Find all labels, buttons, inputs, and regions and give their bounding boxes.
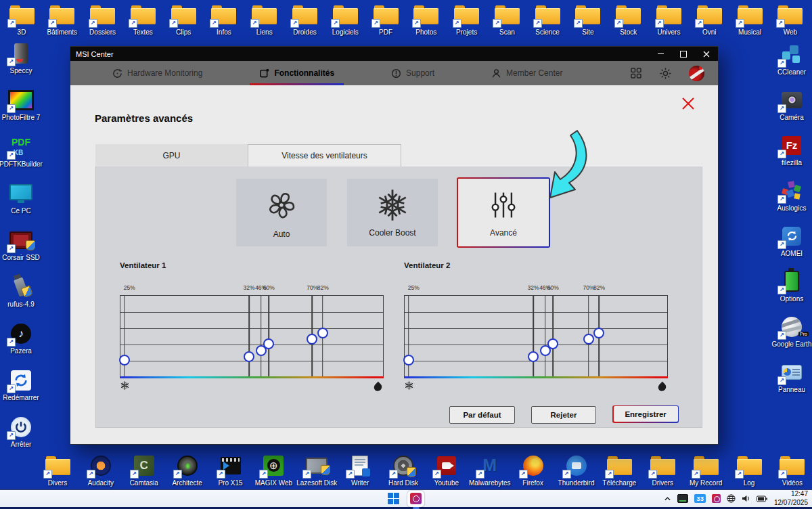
desktop-icon-my-record[interactable]: ↗ My Record: [686, 453, 725, 487]
default-button[interactable]: Par défaut: [449, 406, 515, 424]
nav-tab-fonctionnalites[interactable]: Fonctionnalités: [259, 68, 334, 79]
desktop-icon-arreter[interactable]: ↗ Arrêter: [1, 414, 41, 448]
desktop-icon-thunderbird[interactable]: ↗ Thunderbird: [557, 453, 596, 487]
fan-curve-handle[interactable]: [403, 355, 414, 366]
desktop-icon-rufus-4-9[interactable]: rufus-4.9: [1, 274, 41, 308]
mode-card-cooler-boost[interactable]: Cooler Boost: [347, 179, 438, 246]
desktop-icon-telecharge[interactable]: ↗ Télécharge: [600, 453, 639, 487]
desktop-icon-label: PDFTKBuilder: [0, 160, 43, 168]
desktop-icon-speccy[interactable]: ↗ Speccy: [1, 41, 41, 74]
desktop-icon-clips[interactable]: ↗ Clips: [164, 2, 203, 36]
desktop-icon-web[interactable]: ↗ Web: [771, 2, 810, 36]
desktop-icon-projets[interactable]: ↗ Projets: [447, 2, 487, 36]
close-button[interactable]: [695, 47, 718, 61]
desktop-icon-science[interactable]: ↗ Science: [528, 2, 567, 36]
desktop-icon-ovni[interactable]: ↗ Ovni: [690, 2, 729, 36]
desktop-icon-musical[interactable]: ↗ Musical: [730, 2, 769, 36]
desktop-icon-textes[interactable]: ↗ Textes: [123, 2, 162, 36]
desktop-icon-divers[interactable]: ↗ Divers: [38, 453, 77, 487]
user-avatar[interactable]: [689, 66, 704, 81]
desktop-icon-filezilla[interactable]: Fz↗ filezilla: [772, 133, 811, 167]
desktop-icon-dossiers[interactable]: ↗ Dossiers: [83, 2, 122, 36]
desktop-icon-architecte[interactable]: ↗ Architecte: [168, 453, 207, 487]
start-button[interactable]: [388, 493, 400, 505]
desktop-icon-infos[interactable]: ↗ Infos: [204, 2, 244, 36]
desktop-icon-videos[interactable]: ↗ Vidéos: [773, 453, 812, 487]
desktop-icon-batiments[interactable]: ↗ Bâtiments: [43, 2, 82, 36]
desktop-icon-youtube[interactable]: ↗ Youtube: [427, 453, 466, 487]
mode-card-avance[interactable]: Avancé: [458, 179, 549, 246]
tray-msi-icon[interactable]: [712, 494, 721, 503]
desktop-icon-pazera[interactable]: ♪↗ Pazera: [1, 321, 41, 355]
tray-volume-icon[interactable]: [742, 495, 750, 502]
desktop-icon-liens[interactable]: ↗ Liens: [245, 2, 284, 36]
fan-curve-handle[interactable]: [547, 338, 558, 349]
tray-battery-icon[interactable]: [757, 495, 768, 502]
desktop-icon-aomei[interactable]: ↗ AOMEI: [772, 223, 811, 257]
shortcut-arrow-icon: ↗: [7, 338, 16, 347]
desktop-icon-3d[interactable]: ↗ 3D: [2, 2, 41, 36]
dialog-tab-vitesse-des-ventilateurs[interactable]: Vitesse des ventilateurs: [248, 144, 401, 167]
fan-curve-handle[interactable]: [528, 351, 539, 362]
tray-count-badge[interactable]: 33: [694, 494, 706, 503]
minimize-button[interactable]: [649, 47, 672, 61]
desktop-icon-options[interactable]: ↗ Options: [772, 269, 811, 303]
nav-tab-hardware-monitoring[interactable]: Hardware Monitoring: [112, 68, 202, 79]
tray-monitor-icon[interactable]: [677, 494, 688, 503]
desktop-icon-logiciels[interactable]: ↗ Logiciels: [325, 2, 365, 36]
desktop-icon-ce-pc[interactable]: Ce PC: [1, 181, 41, 215]
desktop-icon-site[interactable]: ↗ Site: [568, 2, 608, 36]
desktop-icon-scan[interactable]: ↗ Scan: [487, 2, 526, 36]
maximize-button[interactable]: [672, 47, 695, 61]
tray-network-globe-icon[interactable]: [727, 494, 736, 503]
clock[interactable]: 12:47 12/07/2025: [774, 490, 808, 507]
desktop-icon-drivers[interactable]: ↗ Drivers: [643, 453, 682, 487]
nav-tab-member-center[interactable]: Member Center: [491, 68, 562, 79]
fan-curve-handle[interactable]: [244, 351, 254, 362]
desktop-icon-audacity[interactable]: ↗ Audacity: [81, 453, 120, 487]
desktop-icon-firefox[interactable]: ↗ Firefox: [514, 453, 553, 487]
desktop-icon-hard-disk[interactable]: ↗ Hard Disk: [384, 453, 423, 487]
desktop-icon-photofiltre-7[interactable]: ↗ PhotoFiltre 7: [1, 87, 41, 121]
dialog-tab-gpu[interactable]: GPU: [95, 144, 248, 167]
save-button[interactable]: Enregistrer: [614, 406, 678, 422]
desktop-icon-camtasia[interactable]: C↗ Camtasia: [125, 453, 164, 487]
desktop-icon-panneau[interactable]: ↗ Panneau: [772, 359, 811, 393]
fan-curve-handle[interactable]: [583, 334, 594, 345]
fan-curve-handle[interactable]: [307, 334, 317, 345]
fan-curve-handle[interactable]: [317, 328, 328, 338]
desktop-icon-malwarebytes[interactable]: M↗ Malwarebytes: [470, 453, 510, 487]
desktop-icon-label: Youtube: [434, 479, 459, 487]
folder-icon: ↗: [613, 2, 644, 27]
desktop-icon-google-earth[interactable]: Pro↗ Google Earth: [772, 314, 811, 348]
desktop-icon-stock[interactable]: ↗ Stock: [609, 2, 648, 36]
desktop-icon-redemarrer[interactable]: ↗ Redémarrer: [1, 368, 41, 401]
reject-button[interactable]: Rejeter: [531, 406, 596, 424]
fan-curve-handle[interactable]: [263, 338, 274, 349]
settings-gear-icon[interactable]: [659, 67, 672, 80]
desktop-icon-corsair-ssd[interactable]: ↗ Corsair SSD: [1, 227, 41, 261]
desktop-icon-camera[interactable]: ↗ Caméra: [772, 87, 811, 121]
desktop-icon-photos[interactable]: ↗ Photos: [407, 2, 446, 36]
fan-curve-handle[interactable]: [593, 328, 604, 338]
desktop-icon-pdf[interactable]: ↗ PDF: [366, 2, 405, 36]
desktop-icon-ccleaner[interactable]: ↗ CCleaner: [772, 42, 811, 76]
dialog-close-icon[interactable]: [680, 95, 698, 113]
apps-grid-icon[interactable]: [630, 67, 642, 79]
desktop-icon-writer[interactable]: ↗ Writer: [340, 453, 380, 487]
desktop-icon-droides[interactable]: ↗ Droides: [285, 2, 324, 36]
fan-curve-handle[interactable]: [119, 355, 130, 366]
desktop-icon-pdftkbuilder[interactable]: PDF KB↗ PDFTKBuilder: [1, 134, 41, 168]
tray-chevron-icon[interactable]: [664, 496, 671, 502]
desktop-icon-log[interactable]: ↗ Log: [729, 453, 769, 487]
desktop-icon-univers[interactable]: ↗ Univers: [650, 2, 689, 36]
audacity-icon: ↗: [85, 453, 116, 478]
desktop-icon-auslogics[interactable]: ↗ Auslogics: [772, 178, 811, 212]
mode-card-auto[interactable]: Auto: [236, 179, 327, 246]
desktop-icon-magix-web[interactable]: ⊕↗ MAGIX Web: [254, 453, 293, 487]
desktop-icon-pro-x15[interactable]: ↗ Pro X15: [211, 453, 250, 487]
nav-tab-support[interactable]: Support: [391, 68, 434, 79]
desktop-icon-lazesoft-disk[interactable]: ↗ Lazesoft Disk: [297, 453, 336, 487]
msi-center-taskbar-icon[interactable]: [407, 491, 424, 507]
window-titlebar[interactable]: MSI Center: [70, 47, 718, 61]
